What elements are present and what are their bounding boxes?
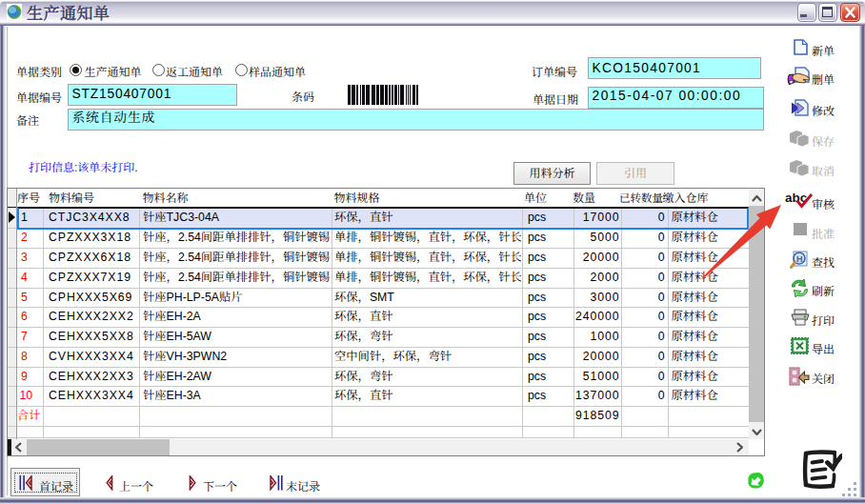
svg-text:H: H [796,254,803,264]
